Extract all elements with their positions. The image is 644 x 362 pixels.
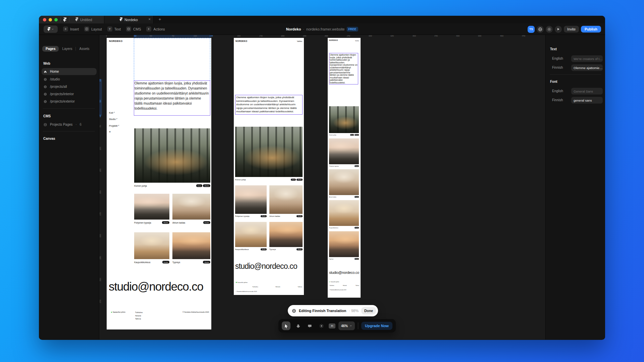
- artboard-tablet[interactable]: NORDEKO Valikko Olemme ajattomien tiloje…: [234, 38, 304, 295]
- comment-tool-button[interactable]: [305, 321, 314, 330]
- project-caption[interactable]: Kivinen pohja UusinUlkotila: [134, 184, 210, 187]
- footer-cities[interactable]: TukholmaHelsinkiTallinna: [329, 285, 359, 286]
- project-caption[interactable]: Kivinen pohja UusinUlkotila: [235, 179, 303, 181]
- project-photo-kivinen-pohja[interactable]: [329, 106, 359, 133]
- text-button[interactable]: T Text: [107, 26, 121, 32]
- tab-untitled[interactable]: Untitled: [72, 17, 92, 22]
- project-caption[interactable]: Tyyneys Ulkotila: [329, 258, 359, 260]
- hero-intro-text[interactable]: Olemme ajattomien tilojen luojia, jotka …: [235, 95, 303, 115]
- tab-layers[interactable]: Layers: [62, 47, 72, 51]
- site-logo[interactable]: NORDEKO: [235, 40, 247, 42]
- project-photo-pohjoinen-tyyssija[interactable]: [235, 185, 267, 214]
- preview-button[interactable]: [555, 26, 562, 33]
- localization-button[interactable]: [537, 26, 544, 33]
- publish-button[interactable]: Publish: [581, 26, 601, 33]
- sidebar-item-projects-pages[interactable]: Projects Pages · 6: [42, 121, 97, 128]
- project-caption[interactable]: Kaupunkikorkeus Sisätila: [235, 248, 267, 250]
- artboard-phone[interactable]: NORDEKO Valikko Olemme ajattomien tiloje…: [328, 38, 361, 298]
- project-caption[interactable]: Tyyneys Ulkotila: [269, 248, 303, 250]
- project-caption[interactable]: Pohjoinen tyyssija Ulkotila: [329, 165, 359, 167]
- english-text-field[interactable]: We're creators of t…: [571, 55, 603, 62]
- project-caption[interactable]: Pohjoinen tyyssija Ulkotila: [134, 221, 169, 224]
- project-photo-atrium-kaidas[interactable]: [329, 169, 359, 195]
- english-font-field[interactable]: General Sans: [571, 88, 603, 95]
- project-caption[interactable]: Kivinen pohja UusinUlkotila: [329, 134, 359, 136]
- project-photo-pohjoinen-tyyssija[interactable]: [134, 194, 169, 220]
- pan-tool-button[interactable]: [293, 321, 302, 330]
- project-caption[interactable]: Atrium kaidas Sisätila: [269, 215, 303, 217]
- project-photo-atrium-kaidas[interactable]: [269, 185, 303, 214]
- sidebar-item-home[interactable]: Home: [42, 68, 97, 75]
- cms-button[interactable]: CMS: [126, 26, 141, 32]
- project-url[interactable]: nordeko.framer.website: [306, 27, 344, 31]
- project-caption[interactable]: Tyyneys Ulkotila: [172, 261, 210, 263]
- close-window-button[interactable]: [43, 18, 46, 21]
- settings-button[interactable]: [546, 26, 553, 33]
- project-caption[interactable]: Kaupunkikorkeus Sisätila: [134, 261, 169, 263]
- sidebar-item-projects-all[interactable]: /projects/all: [42, 83, 97, 90]
- new-tab-button[interactable]: +: [157, 17, 163, 22]
- zoom-window-button[interactable]: [54, 18, 58, 21]
- sidebar-item-studio[interactable]: /studio: [42, 76, 97, 83]
- availability-status[interactable]: Saatavilla työhön: [111, 311, 125, 313]
- language-badge[interactable]: FI: [329, 323, 335, 328]
- site-logo[interactable]: NORDEKO: [329, 40, 338, 41]
- layout-button[interactable]: Layout: [84, 26, 102, 32]
- nav-link-studio[interactable]: Studio↗: [109, 118, 117, 120]
- contact-email[interactable]: studio@nordeco.co: [235, 262, 297, 271]
- close-tab-icon[interactable]: ×: [149, 17, 151, 21]
- availability-status[interactable]: Saatavilla työhön: [329, 281, 339, 283]
- finnish-text-field[interactable]: Olemme ajattomie…: [571, 64, 603, 71]
- theme-toggle-button[interactable]: [317, 321, 326, 330]
- tab-pages[interactable]: Pages: [42, 46, 59, 52]
- nav-link-koti[interactable]: Koti↗: [109, 111, 115, 114]
- contact-email[interactable]: studio@nordeco.co: [109, 280, 203, 293]
- hero-intro-text[interactable]: Olemme ajattomien tilojen luojia, jotka …: [329, 53, 358, 84]
- vertical-ruler: 3045006407501000125015001750200022502500…: [99, 38, 102, 340]
- availability-status[interactable]: Saatavilla työhön: [236, 282, 248, 283]
- upgrade-now-button[interactable]: Upgrade Now: [361, 322, 392, 330]
- project-photo-kaupunkikorkeus[interactable]: [134, 232, 169, 259]
- project-caption[interactable]: Atrium kaidas Sisätila: [172, 221, 210, 224]
- insert-button[interactable]: Insert: [63, 26, 79, 32]
- ruler-label: 750: [100, 125, 101, 128]
- done-button[interactable]: Done: [361, 307, 376, 314]
- footer-cities[interactable]: TukholmaHelsinkiTallinna: [135, 311, 143, 321]
- project-photo-tyyneys[interactable]: [269, 222, 303, 247]
- sidebar-item-projects-interior[interactable]: /projects/interior: [42, 90, 97, 98]
- tab-assets[interactable]: Assets: [79, 47, 89, 51]
- menu-link[interactable]: Valikko: [355, 40, 359, 42]
- project-photo-atrium-kaidas[interactable]: [172, 194, 210, 220]
- nav-link-projektit[interactable]: Projektit↗: [109, 124, 119, 127]
- design-canvas[interactable]: 0318500750100011841500175020002250250027…: [99, 35, 545, 340]
- tag-badge: Sisätila: [355, 196, 359, 198]
- user-avatar[interactable]: TS: [528, 26, 535, 33]
- project-caption[interactable]: Kaupunkikorkeus Sisätila: [329, 227, 359, 229]
- footer-cities[interactable]: TukholmaHelsinkiTallinna: [252, 286, 302, 288]
- select-tool-button[interactable]: [282, 321, 290, 330]
- finnish-font-field[interactable]: general sans: [571, 97, 603, 104]
- zoom-level-select[interactable]: 46%: [338, 321, 355, 330]
- menu-link[interactable]: Valikko: [297, 40, 302, 42]
- project-caption[interactable]: Pohjoinen tyyssija Ulkotila: [235, 215, 267, 217]
- project-photo-tyyneys[interactable]: [172, 232, 210, 259]
- hero-intro-text[interactable]: Olemme ajattomien tilojen luojia, jotka …: [134, 80, 210, 116]
- tab-nordeko[interactable]: Nordeko ×: [104, 16, 154, 23]
- sidebar-item-projects-exterior[interactable]: /projects/exterior: [42, 98, 97, 105]
- actions-button[interactable]: Actions: [146, 26, 165, 32]
- project-photo-kivinen-pohja[interactable]: [134, 128, 210, 183]
- artboard-desktop[interactable]: NORDEKO Olemme ajattomien tilojen luojia…: [107, 38, 211, 329]
- tab-label: Nordeko: [124, 18, 138, 22]
- project-caption[interactable]: Atrium kaidas Sisätila: [329, 196, 359, 198]
- framer-menu-button[interactable]: [44, 25, 58, 33]
- project-photo-kivinen-pohja[interactable]: [235, 127, 303, 177]
- contact-email[interactable]: studio@nordeco.co: [329, 270, 359, 275]
- minimize-window-button[interactable]: [49, 18, 52, 21]
- project-photo-kaupunkikorkeus[interactable]: [329, 200, 359, 226]
- language-toggle-icon[interactable]: ⊕: [109, 130, 111, 133]
- project-photo-pohjoinen-tyyssija[interactable]: [329, 138, 359, 164]
- project-photo-kaupunkikorkeus[interactable]: [235, 222, 267, 247]
- project-photo-tyyneys[interactable]: [329, 231, 359, 257]
- invite-button[interactable]: Invite: [564, 26, 579, 33]
- site-logo[interactable]: NORDEKO: [109, 40, 122, 43]
